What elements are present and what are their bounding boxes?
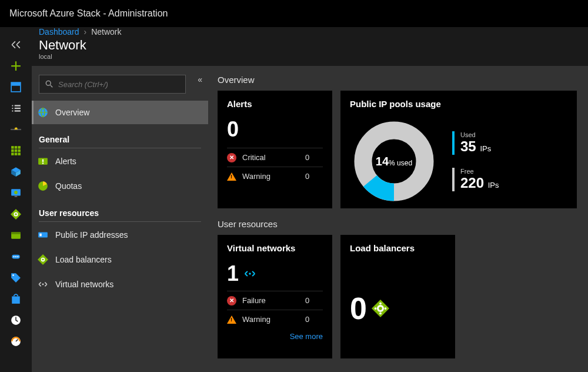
ip-pool-free: Free 220 IPs [452,168,499,191]
lb-count: 0 [350,291,446,326]
overview-heading: Overview [218,75,579,85]
user-resources-cards-row: Virtual networks 1 ✕ Failure 0 [218,235,579,358]
svg-rect-13 [11,150,14,152]
app-title: Microsoft Azure Stack - Administration [9,8,168,19]
svg-point-55 [379,307,382,310]
svg-rect-29 [11,232,21,234]
lb-card[interactable]: Load balancers 0 [340,235,455,358]
nav-overview[interactable]: Overview [32,101,208,124]
alerts-card[interactable]: Alerts 0 ✕ Critical 0 Warning 0 [218,91,332,208]
svg-rect-14 [15,150,18,152]
svg-point-32 [15,256,16,257]
svg-point-57 [379,313,382,315]
breadcrumb-root[interactable]: Dashboard [39,27,79,36]
add-button[interactable] [0,55,32,77]
svg-rect-16 [11,152,14,155]
svg-point-31 [14,256,15,257]
ip-pool-used-value: 35 [460,138,476,154]
clock-icon[interactable] [0,310,32,331]
load-balancer-rail-icon[interactable] [0,204,32,225]
alerts-critical-row: ✕ Critical 0 [227,148,323,167]
ip-pool-title: Public IP pools usage [350,99,567,109]
svg-rect-3 [15,105,21,106]
resource-menu: « Overview General Alerts Quotas [32,67,208,372]
svg-point-56 [379,303,382,305]
ip-pool-percent: 14 [376,155,389,168]
svg-rect-23 [15,196,18,197]
svg-rect-7 [15,110,21,111]
svg-point-2 [12,105,13,106]
ip-pool-free-label: Free [460,168,499,175]
svg-rect-35 [12,297,20,304]
alerts-icon [38,156,48,167]
nav-quotas-label: Quotas [55,181,82,191]
overview-cards-row: Alerts 0 ✕ Critical 0 Warning 0 [218,91,579,208]
ip-pool-free-unit: IPs [488,181,499,190]
svg-rect-1 [11,82,21,86]
body-row: « Overview General Alerts Quotas [32,66,588,372]
vnets-card[interactable]: Virtual networks 1 ✕ Failure 0 [218,235,332,358]
breadcrumb-current: Network [91,27,121,36]
svg-point-38 [46,81,51,85]
list-icon[interactable] [0,98,32,119]
ip-pool-free-value: 220 [460,175,484,191]
alerts-warning-value: 0 [305,172,323,181]
main-panel: Overview Alerts 0 ✕ Critical 0 [208,67,588,372]
ip-pool-used-label: Used [460,131,491,138]
user-resources-heading: User resources [218,219,579,229]
favorites-divider-icon [0,119,32,140]
alerts-warning-label: Warning [242,172,299,181]
svg-point-27 [15,213,16,215]
nav-load-balancers[interactable]: Load balancers [32,248,208,271]
monitor-icon[interactable] [0,182,32,204]
icon-rail [0,27,32,372]
svg-point-58 [375,307,377,310]
svg-point-59 [384,307,386,310]
cube-icon[interactable] [0,161,32,182]
collapse-blade-button[interactable]: « [198,75,202,84]
load-balancer-icon [38,254,48,265]
svg-point-33 [17,256,18,257]
svg-rect-10 [11,146,14,149]
ip-pool-percent-suffix: % used [389,159,412,167]
grid-icon[interactable] [0,140,32,161]
nav-vnets[interactable]: Virtual networks [32,273,208,296]
svg-rect-12 [18,146,21,149]
svg-point-24 [14,191,18,194]
svg-rect-5 [15,108,21,109]
failure-icon: ✕ [227,296,236,305]
warning-icon-2 [227,315,236,324]
nav-public-ip[interactable]: Public IP addresses [32,223,208,247]
nav-alerts[interactable]: Alerts [32,150,208,173]
main-area: Dashboard › Network Network local « Over… [0,27,588,372]
page-subtitle: local [39,53,581,60]
globe-icon [38,107,48,118]
search-input[interactable] [58,80,179,89]
ip-pool-card[interactable]: Public IP pools usage 14% used [340,91,577,208]
expand-menu-button[interactable] [0,34,32,55]
tag-icon[interactable] [0,267,32,288]
warning-icon [227,172,236,181]
alerts-count: 0 [227,117,323,142]
nav-lb-label: Load balancers [55,255,112,264]
vnet-rail-icon[interactable] [0,246,32,267]
load-balancer-large-icon [372,300,389,317]
gauge-icon[interactable] [0,331,32,352]
alerts-card-title: Alerts [227,99,323,109]
store-icon[interactable] [0,288,32,310]
nav-quotas[interactable]: Quotas [32,174,208,198]
card-icon[interactable] [0,225,32,246]
vnet-icon [38,279,48,290]
vnets-count: 1 [227,261,323,286]
svg-rect-18 [18,152,21,155]
svg-point-4 [12,108,13,109]
vnets-warning-label: Warning [242,315,299,324]
nav-vnet-label: Virtual networks [55,280,113,289]
vnets-warning-row: Warning 0 [227,310,323,328]
dashboard-icon[interactable] [0,77,32,98]
search-box[interactable] [39,75,186,94]
nav-overview-label: Overview [55,108,89,117]
vnets-see-more[interactable]: See more [227,328,323,341]
vnets-card-title: Virtual networks [227,243,323,253]
vnets-failure-label: Failure [242,296,299,305]
